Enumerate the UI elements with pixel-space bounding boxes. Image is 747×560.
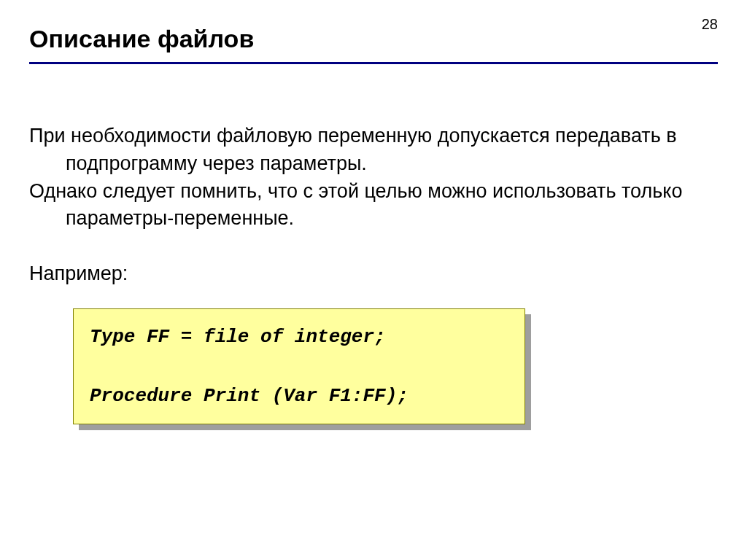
code-line-1: Type FF = file of integer; <box>90 326 386 348</box>
page-number: 28 <box>702 16 718 33</box>
code-line-2: Procedure Print (Var F1:FF); <box>90 385 409 407</box>
paragraph-1: При необходимости файловую переменную до… <box>29 122 718 178</box>
code-block: Type FF = file of integer; Procedure Pri… <box>73 308 525 424</box>
code-box: Type FF = file of integer; Procedure Pri… <box>73 308 525 424</box>
example-label: Например: <box>29 260 718 288</box>
slide-title: Описание файлов <box>29 25 718 53</box>
slide: 28 Описание файлов При необходимости фай… <box>0 0 747 560</box>
body-text: При необходимости файловую переменную до… <box>29 122 718 288</box>
title-underline <box>29 62 718 64</box>
paragraph-2: Однако следует помнить, что с этой целью… <box>29 178 718 233</box>
